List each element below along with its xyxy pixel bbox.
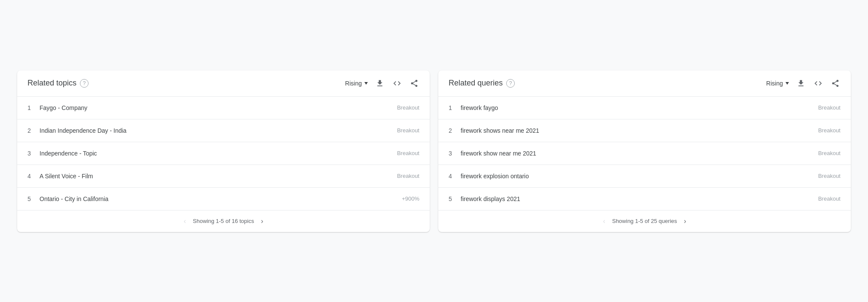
embed-icon[interactable] [392, 78, 402, 88]
list-item[interactable]: 4A Silent Voice - FilmBreakout [17, 165, 430, 188]
item-number: 2 [28, 127, 40, 134]
share-icon[interactable] [409, 78, 419, 88]
rising-label: Rising [345, 80, 362, 87]
item-label: firework displays 2021 [461, 195, 815, 202]
list-item[interactable]: 3firework show near me 2021Breakout [438, 142, 851, 165]
next-page-button[interactable]: › [684, 217, 686, 225]
list-item[interactable]: 1Faygo - CompanyBreakout [17, 97, 430, 119]
item-number: 3 [449, 150, 461, 157]
panel-title-related-topics: Related topics [28, 79, 76, 88]
list-items-related-topics: 1Faygo - CompanyBreakout2Indian Independ… [17, 97, 430, 210]
item-badge: Breakout [397, 150, 419, 156]
pagination-text: Showing 1-5 of 25 queries [612, 218, 677, 224]
list-item[interactable]: 1firework faygoBreakout [438, 97, 851, 119]
item-label: Indian Independence Day - India [40, 127, 394, 134]
help-icon[interactable]: ? [80, 79, 89, 88]
panel-footer: ‹Showing 1-5 of 25 queries› [438, 210, 851, 232]
panel-related-topics: Related topics?Rising1Faygo - CompanyBre… [17, 70, 430, 232]
item-number: 1 [449, 104, 461, 111]
item-badge: Breakout [818, 127, 840, 134]
panel-title-group: Related queries? [449, 79, 515, 88]
item-label: firework faygo [461, 104, 815, 111]
item-label: Faygo - Company [40, 104, 394, 111]
prev-page-button[interactable]: ‹ [183, 217, 186, 225]
item-label: A Silent Voice - Film [40, 173, 394, 180]
item-number: 1 [28, 104, 40, 111]
embed-icon[interactable] [813, 78, 823, 88]
next-page-button[interactable]: › [261, 217, 263, 225]
list-item[interactable]: 5Ontario - City in California+900% [17, 188, 430, 210]
panel-title-related-queries: Related queries [449, 79, 503, 88]
item-number: 5 [449, 195, 461, 202]
panel-related-queries: Related queries?Rising1firework faygoBre… [438, 70, 851, 232]
item-badge: Breakout [818, 173, 840, 179]
panel-title-group: Related topics? [28, 79, 89, 88]
list-item[interactable]: 4firework explosion ontarioBreakout [438, 165, 851, 188]
item-number: 2 [449, 127, 461, 134]
item-badge: Breakout [397, 127, 419, 134]
item-badge: Breakout [818, 104, 840, 111]
prev-page-button[interactable]: ‹ [603, 217, 605, 225]
panel-controls: Rising [766, 78, 840, 88]
panel-header-related-queries: Related queries?Rising [438, 70, 851, 97]
item-badge: Breakout [397, 173, 419, 179]
item-badge: Breakout [818, 195, 840, 202]
item-label: firework show near me 2021 [461, 150, 815, 157]
panel-header-related-topics: Related topics?Rising [17, 70, 430, 97]
rising-dropdown[interactable]: Rising [345, 80, 368, 87]
item-label: firework explosion ontario [461, 173, 815, 180]
item-badge: +900% [402, 195, 419, 202]
dropdown-arrow-icon [785, 82, 789, 85]
help-icon[interactable]: ? [506, 79, 515, 88]
rising-label: Rising [766, 80, 783, 87]
item-badge: Breakout [397, 104, 419, 111]
dropdown-arrow-icon [364, 82, 368, 85]
panels-container: Related topics?Rising1Faygo - CompanyBre… [9, 62, 859, 241]
pagination-text: Showing 1-5 of 16 topics [193, 218, 254, 224]
item-badge: Breakout [818, 150, 840, 156]
panel-controls: Rising [345, 78, 419, 88]
list-items-related-queries: 1firework faygoBreakout2firework shows n… [438, 97, 851, 210]
rising-dropdown[interactable]: Rising [766, 80, 789, 87]
item-number: 4 [28, 173, 40, 180]
list-item[interactable]: 2Indian Independence Day - IndiaBreakout [17, 119, 430, 142]
panel-footer: ‹Showing 1-5 of 16 topics› [17, 210, 430, 232]
item-number: 4 [449, 173, 461, 180]
item-number: 5 [28, 195, 40, 202]
share-icon[interactable] [830, 78, 840, 88]
download-icon[interactable] [796, 78, 806, 88]
list-item[interactable]: 3Independence - TopicBreakout [17, 142, 430, 165]
item-label: Ontario - City in California [40, 195, 398, 202]
item-number: 3 [28, 150, 40, 157]
list-item[interactable]: 2firework shows near me 2021Breakout [438, 119, 851, 142]
item-label: firework shows near me 2021 [461, 127, 815, 134]
download-icon[interactable] [375, 78, 385, 88]
item-label: Independence - Topic [40, 150, 394, 157]
list-item[interactable]: 5firework displays 2021Breakout [438, 188, 851, 210]
